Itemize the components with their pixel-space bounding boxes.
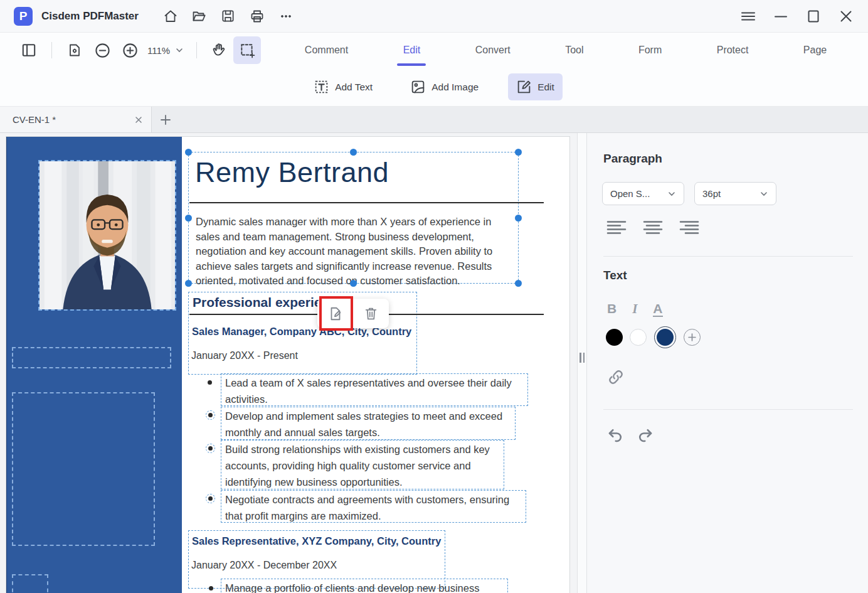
app-logo: P — [14, 7, 33, 26]
resize-handle[interactable] — [185, 280, 192, 287]
chevron-down-icon — [175, 46, 184, 55]
bullet-text-block[interactable]: Build strong relationships with existing… — [221, 440, 504, 489]
hyperlink-button[interactable] — [606, 368, 625, 389]
app-title: Cisdem PDFMaster — [41, 10, 139, 23]
panel-divider — [603, 409, 853, 410]
resize-handle[interactable] — [185, 149, 192, 156]
job2-dates: January 20XX - December 20XX — [191, 560, 337, 571]
color-swatch-navy-selected[interactable] — [657, 329, 674, 346]
resize-handle[interactable] — [350, 280, 357, 287]
pdf-page: Remy Bertrand Dynamic sales manager with… — [6, 137, 569, 593]
main-toolbar: 111% Comment Edit Convert Tool Form Prot… — [0, 33, 868, 68]
chevron-down-icon — [667, 190, 676, 198]
color-swatch-black[interactable] — [606, 329, 623, 346]
empty-text-frame[interactable] — [12, 392, 155, 546]
close-icon[interactable] — [833, 5, 859, 28]
empty-text-frame[interactable] — [12, 347, 171, 368]
workspace: Remy Bertrand Dynamic sales manager with… — [0, 133, 868, 593]
link-icon — [606, 368, 625, 387]
resize-handle[interactable] — [515, 280, 522, 287]
undo-button[interactable] — [606, 427, 626, 446]
panel-divider — [603, 256, 853, 257]
tab-tool[interactable]: Tool — [565, 33, 583, 68]
splitter-grip-icon[interactable] — [580, 353, 585, 363]
active-tab-underline — [397, 63, 426, 66]
add-image-button[interactable]: Add Image — [402, 73, 487, 100]
font-family-select[interactable]: Open S... — [602, 182, 684, 205]
panel-splitter[interactable] — [577, 133, 587, 593]
resume-sidebar — [6, 137, 182, 593]
sidebar-toggle-icon[interactable] — [15, 36, 43, 64]
zoom-level-dropdown[interactable]: 111% — [147, 45, 184, 56]
redo-button[interactable] — [635, 427, 655, 446]
add-color-button[interactable] — [684, 329, 701, 346]
tab-comment[interactable]: Comment — [305, 33, 348, 68]
select-marquee-tool-icon[interactable] — [233, 36, 261, 64]
tab-convert[interactable]: Convert — [475, 33, 511, 68]
resize-handle[interactable] — [185, 215, 192, 222]
empty-text-frame[interactable] — [12, 574, 48, 593]
zoom-in-icon[interactable] — [116, 36, 144, 64]
portrait-image — [40, 161, 175, 309]
hand-tool-icon[interactable] — [206, 36, 233, 64]
add-text-button[interactable]: Add Text — [305, 73, 381, 100]
underline-button[interactable]: A — [653, 302, 662, 317]
bold-button[interactable]: B — [607, 301, 617, 316]
font-size-value: 36pt — [702, 188, 721, 199]
save-icon[interactable] — [214, 5, 243, 28]
list-bullet — [208, 446, 213, 451]
bullet-text-block[interactable]: Manage a portfolio of clients and develo… — [221, 579, 508, 593]
delete-element-icon[interactable] — [363, 306, 379, 321]
more-options-icon[interactable] — [272, 5, 300, 28]
open-folder-icon[interactable] — [185, 5, 214, 28]
list-bullet — [208, 413, 213, 417]
tab-form[interactable]: Form — [638, 33, 662, 68]
document-tab[interactable]: CV-EN-1 * — [0, 107, 152, 132]
minimize-icon[interactable] — [768, 5, 794, 28]
align-left-button[interactable] — [606, 218, 627, 237]
zoom-out-icon[interactable] — [88, 36, 116, 64]
annotation-highlight-box — [319, 296, 353, 331]
print-icon[interactable] — [243, 5, 272, 28]
divider-line — [189, 202, 544, 203]
bullet-text-block[interactable]: Negotiate contracts and agreements with … — [221, 490, 526, 523]
tab-page[interactable]: Page — [803, 33, 827, 68]
document-tabstrip: CV-EN-1 * — [0, 107, 868, 133]
resize-handle[interactable] — [515, 149, 522, 156]
tab-edit[interactable]: Edit — [403, 33, 421, 68]
list-bullet — [208, 380, 212, 385]
resume-name: Remy Bertrand — [195, 156, 389, 189]
profile-photo[interactable] — [38, 160, 176, 311]
bullet-text-block[interactable]: Develop and implement sales strategies t… — [221, 407, 516, 440]
align-right-button[interactable] — [679, 218, 700, 237]
edit-pencil-icon — [516, 79, 532, 95]
home-icon[interactable] — [156, 5, 185, 28]
undo-icon — [606, 427, 626, 446]
titlebar: P Cisdem PDFMaster — [0, 0, 868, 33]
tab-close-icon[interactable] — [134, 115, 144, 125]
font-family-value: Open S... — [610, 188, 650, 199]
list-bullet — [208, 496, 213, 501]
new-tab-button[interactable] — [152, 107, 179, 132]
selected-text-block[interactable]: Remy Bertrand Dynamic sales manager with… — [188, 152, 519, 284]
document-canvas[interactable]: Remy Bertrand Dynamic sales manager with… — [0, 133, 577, 593]
maximize-icon[interactable] — [800, 5, 827, 28]
resize-handle[interactable] — [350, 149, 357, 156]
list-bullet — [209, 586, 213, 590]
properties-panel: Paragraph Open S... 36pt — [587, 133, 868, 593]
redo-icon — [635, 427, 655, 446]
menu-icon[interactable] — [735, 5, 761, 28]
align-center-button[interactable] — [642, 218, 664, 237]
edit-mode-button[interactable]: Edit — [508, 73, 563, 100]
document-tab-title: CV-EN-1 * — [13, 114, 56, 125]
job1-dates: January 20XX - Present — [191, 350, 298, 361]
tab-protect[interactable]: Protect — [717, 33, 749, 68]
color-swatch-white[interactable] — [630, 329, 647, 346]
add-image-icon — [410, 79, 426, 95]
italic-button[interactable]: I — [632, 301, 637, 317]
page-settings-icon[interactable] — [61, 36, 88, 64]
font-size-select[interactable]: 36pt — [694, 182, 776, 205]
bullet-text-block[interactable]: Lead a team of X sales representatives a… — [221, 373, 528, 406]
resize-handle[interactable] — [515, 215, 522, 222]
toolbar-separator — [196, 42, 197, 58]
